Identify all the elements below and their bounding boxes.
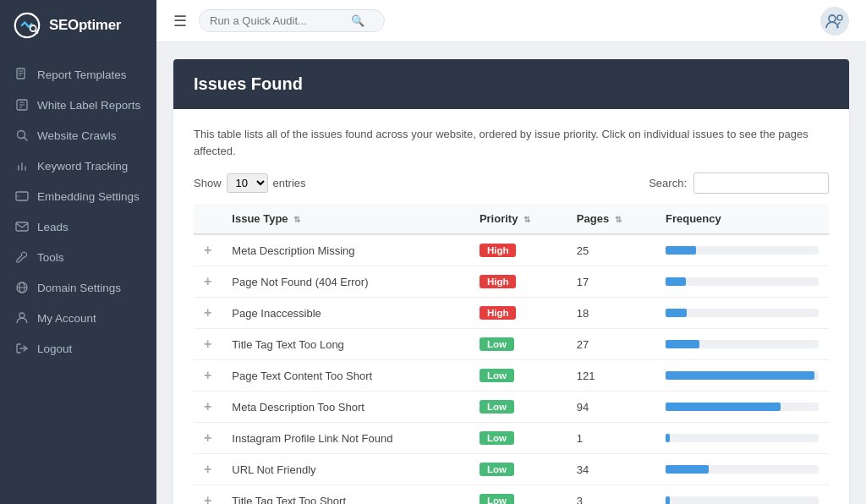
frequency-bar-bg (666, 246, 819, 255)
table-row[interactable]: + Meta Description Missing High 25 (194, 234, 829, 266)
report-templates-icon (15, 68, 29, 81)
frequency-bar (666, 403, 781, 411)
col-pages[interactable]: Pages ⇅ (567, 204, 655, 234)
sidebar-label-logout: Logout (37, 342, 72, 355)
priority-badge: Low (480, 463, 514, 476)
expand-icon[interactable]: + (204, 462, 211, 476)
hamburger-menu[interactable]: ☰ (173, 12, 187, 30)
show-entries: Show 10 25 50 entries (194, 173, 306, 193)
row-priority: Low (469, 360, 567, 392)
table-row[interactable]: + Page Text Content Too Short Low 121 (194, 360, 829, 392)
frequency-bar (666, 246, 696, 255)
sidebar-item-white-label-reports[interactable]: White Label Reports (0, 90, 156, 120)
frequency-bar (666, 340, 699, 348)
frequency-bar (666, 371, 814, 380)
table-row[interactable]: + Title Tag Text Too Short Low 3 (194, 485, 829, 505)
svg-point-24 (829, 15, 836, 22)
col-priority[interactable]: Priority ⇅ (469, 204, 567, 234)
card-body: This table lists all of the issues found… (173, 109, 849, 504)
issues-card: Issues Found This table lists all of the… (173, 59, 849, 504)
table-controls: Show 10 25 50 entries Search: (194, 173, 829, 194)
sidebar-item-embedding-settings[interactable]: Embedding Settings (0, 181, 156, 211)
users-icon (825, 14, 844, 29)
row-pages: 27 (567, 329, 655, 360)
expand-icon[interactable]: + (204, 493, 211, 504)
frequency-bar-bg (666, 309, 819, 317)
row-expand-cell[interactable]: + (194, 298, 222, 329)
row-expand-cell[interactable]: + (194, 392, 222, 423)
logout-icon (15, 342, 29, 355)
frequency-bar (666, 496, 670, 504)
row-priority: High (469, 266, 567, 298)
frequency-bar (666, 309, 687, 317)
row-expand-cell[interactable]: + (194, 266, 222, 298)
table-search-input[interactable] (693, 173, 829, 194)
row-expand-cell[interactable]: + (194, 360, 222, 392)
frequency-bar-bg (666, 465, 819, 474)
domain-settings-icon (15, 281, 29, 294)
entries-select[interactable]: 10 25 50 (227, 173, 268, 193)
my-account-icon (15, 311, 29, 325)
table-row[interactable]: + Page Inaccessible High 18 (194, 298, 829, 329)
sidebar-label-white-label-reports: White Label Reports (37, 99, 140, 112)
search-bar[interactable]: 🔍 (199, 9, 385, 32)
expand-icon[interactable]: + (204, 430, 211, 445)
row-issue-type: Title Tag Text Too Long (222, 329, 469, 360)
row-frequency (655, 423, 829, 454)
row-expand-cell[interactable]: + (194, 485, 222, 505)
keyword-tracking-icon (15, 159, 29, 173)
show-label: Show (194, 177, 222, 189)
expand-icon[interactable]: + (204, 399, 211, 414)
svg-rect-16 (16, 192, 28, 200)
table-search-area: Search: (649, 173, 829, 194)
row-issue-type: Instagram Profile Link Not Found (222, 423, 469, 454)
tools-icon (15, 250, 29, 264)
sidebar-item-keyword-tracking[interactable]: Keyword Tracking (0, 151, 156, 181)
row-expand-cell[interactable]: + (194, 329, 222, 360)
row-expand-cell[interactable]: + (194, 454, 222, 485)
row-frequency (655, 298, 829, 329)
row-issue-type: Meta Description Too Short (222, 392, 469, 423)
sidebar-label-tools: Tools (37, 251, 64, 264)
row-expand-cell[interactable]: + (194, 234, 222, 266)
sidebar-item-logout[interactable]: Logout (0, 333, 156, 364)
table-row[interactable]: + Page Not Found (404 Error) High 17 (194, 266, 829, 298)
sidebar-item-leads[interactable]: Leads (0, 211, 156, 242)
sidebar-item-domain-settings[interactable]: Domain Settings (0, 272, 156, 303)
expand-icon[interactable]: + (204, 337, 211, 351)
row-priority: High (469, 234, 567, 266)
topbar: ☰ 🔍 (156, 0, 866, 42)
expand-icon[interactable]: + (204, 305, 211, 320)
table-row[interactable]: + Instagram Profile Link Not Found Low 1 (194, 423, 829, 454)
row-issue-type: Meta Description Missing (222, 234, 469, 266)
row-expand-cell[interactable]: + (194, 423, 222, 454)
expand-icon[interactable]: + (204, 243, 211, 257)
frequency-bar (666, 465, 709, 474)
table-head: Issue Type ⇅ Priority ⇅ Pages ⇅ Frequenc… (194, 204, 829, 234)
svg-point-25 (837, 15, 842, 20)
sidebar-item-tools[interactable]: Tools (0, 242, 156, 272)
table-body: + Meta Description Missing High 25 + Pag… (194, 234, 829, 504)
quick-audit-input[interactable] (210, 14, 345, 27)
sidebar-logo: SEOptimer (0, 0, 156, 51)
expand-icon[interactable]: + (204, 368, 211, 382)
user-avatar[interactable] (820, 7, 849, 36)
table-row[interactable]: + Meta Description Too Short Low 94 (194, 392, 829, 423)
search-label: Search: (649, 177, 687, 189)
page-title: Issues Found (194, 74, 829, 94)
row-frequency (655, 392, 829, 423)
priority-badge: Low (480, 337, 514, 351)
sidebar-item-my-account[interactable]: My Account (0, 303, 156, 333)
search-icon: 🔍 (351, 14, 364, 27)
table-row[interactable]: + Title Tag Text Too Long Low 27 (194, 329, 829, 360)
sidebar-nav: Report Templates White Label Reports Web… (0, 51, 156, 504)
table-row[interactable]: + URL Not Friendly Low 34 (194, 454, 829, 485)
card-header: Issues Found (173, 59, 849, 109)
expand-icon[interactable]: + (204, 274, 211, 288)
col-issue-type[interactable]: Issue Type ⇅ (222, 204, 469, 234)
sidebar-label-my-account: My Account (37, 312, 96, 325)
sidebar-item-website-crawls[interactable]: Website Crawls (0, 120, 156, 151)
sidebar-item-report-templates[interactable]: Report Templates (0, 59, 156, 90)
frequency-bar-bg (666, 434, 819, 442)
priority-badge: Low (480, 494, 514, 504)
